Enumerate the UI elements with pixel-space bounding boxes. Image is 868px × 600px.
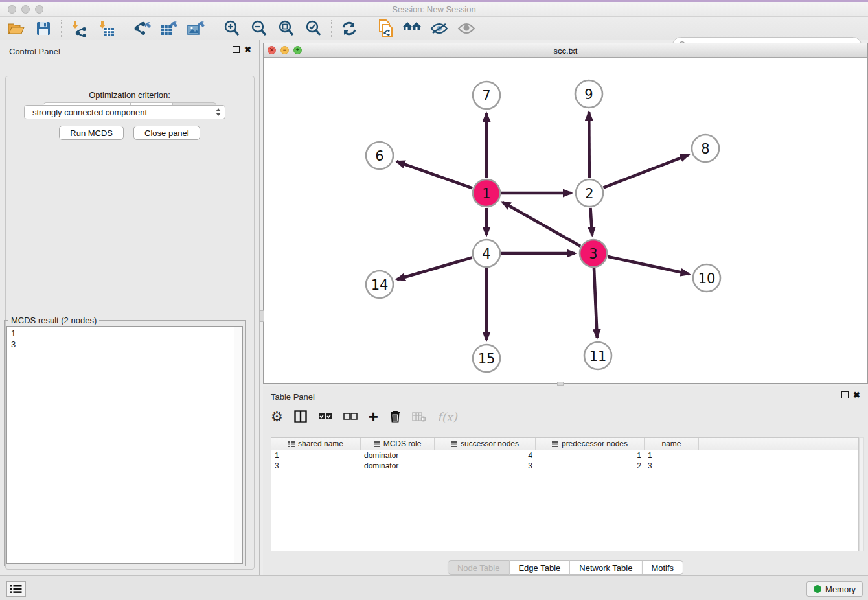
network-graph[interactable]: 7968124314101511	[264, 58, 867, 383]
edge-2-8[interactable]	[603, 155, 688, 188]
cell-predecessor-nodes[interactable]: 1	[536, 451, 645, 460]
close-panel-icon[interactable]: ✖	[244, 46, 251, 53]
column-header-shared-name[interactable]: shared name	[271, 438, 361, 450]
import-network-icon[interactable]	[69, 19, 89, 38]
tab-node-table[interactable]: Node Table	[448, 560, 510, 575]
save-session-icon[interactable]	[34, 19, 53, 38]
open-file-icon[interactable]	[6, 19, 26, 38]
svg-text:8: 8	[701, 141, 709, 157]
delete-table-icon[interactable]	[412, 409, 426, 424]
graph-node-8[interactable]: 8	[692, 135, 719, 162]
table-settings-gear-icon[interactable]: ⚙	[271, 409, 283, 424]
memory-label: Memory	[825, 584, 856, 594]
graph-node-7[interactable]: 7	[473, 82, 500, 109]
edge-1-6[interactable]	[396, 161, 472, 188]
edge-3-1[interactable]	[502, 202, 580, 246]
create-column-plus-icon[interactable]: +	[369, 409, 378, 424]
svg-text:15: 15	[478, 351, 496, 367]
toolbar-separator	[61, 20, 62, 37]
zoom-in-icon[interactable]	[222, 19, 242, 38]
graph-node-9[interactable]: 9	[575, 80, 602, 108]
column-header-predecessor-nodes[interactable]: predecessor nodes	[536, 438, 645, 450]
splitter-grip-vertical[interactable]	[259, 310, 264, 322]
home-icon[interactable]	[402, 19, 422, 38]
optimization-criterion-label: Optimization criterion:	[0, 90, 259, 100]
cell-name[interactable]: 3	[645, 461, 699, 470]
optimization-criterion-select[interactable]: strongly connected component	[24, 105, 225, 119]
table-row[interactable]: 3 dominator 3 2 3	[271, 461, 858, 471]
column-type-icon	[451, 441, 457, 447]
hide-selected-eye-icon[interactable]	[429, 19, 449, 38]
column-header-successor-nodes[interactable]: successor nodes	[435, 438, 536, 450]
svg-text:4: 4	[482, 246, 490, 262]
cell-successor-nodes[interactable]: 4	[435, 451, 536, 460]
tab-network-table[interactable]: Network Table	[570, 560, 642, 575]
graph-node-10[interactable]: 10	[693, 264, 720, 292]
show-columns-icon[interactable]	[294, 409, 307, 424]
tab-motifs[interactable]: Motifs	[642, 560, 683, 575]
table-scrollbar[interactable]	[859, 437, 864, 551]
status-bar: Memory	[0, 575, 868, 600]
column-header-mcds-role[interactable]: MCDS role	[361, 438, 435, 450]
delete-column-trash-icon[interactable]	[389, 409, 401, 424]
svg-text:2: 2	[585, 186, 593, 202]
edge-2-3[interactable]	[590, 208, 592, 235]
cell-predecessor-nodes[interactable]: 2	[536, 461, 645, 470]
table-panel: Table Panel ✖ ⚙ + f(x) shared name MCDS …	[263, 386, 868, 575]
import-table-icon[interactable]	[97, 19, 116, 38]
deselect-all-columns-icon[interactable]	[343, 409, 358, 424]
cell-mcds-role[interactable]: dominator	[361, 451, 435, 460]
export-image-icon[interactable]	[187, 19, 206, 38]
graph-node-11[interactable]: 11	[584, 342, 611, 369]
svg-text:7: 7	[482, 88, 490, 104]
column-header-name[interactable]: name	[645, 438, 699, 450]
close-table-panel-icon[interactable]: ✖	[853, 391, 860, 398]
cell-name[interactable]: 1	[645, 451, 699, 460]
function-builder-icon[interactable]: f(x)	[437, 409, 457, 424]
node-table[interactable]: shared name MCDS role successor nodes pr…	[271, 437, 859, 551]
zoom-out-icon[interactable]	[249, 19, 269, 38]
table-toolbar: ⚙ + f(x)	[271, 405, 457, 428]
memory-button[interactable]: Memory	[806, 581, 863, 597]
toolbar-separator	[331, 20, 332, 37]
result-scrollbar[interactable]	[234, 327, 242, 563]
table-panel-title: Table Panel	[271, 392, 315, 402]
run-mcds-button[interactable]: Run MCDS	[59, 126, 124, 140]
export-network-icon[interactable]	[132, 19, 152, 38]
select-all-columns-icon[interactable]	[318, 409, 332, 424]
result-line: 3	[11, 339, 238, 350]
export-table-icon[interactable]	[159, 19, 179, 38]
cell-shared-name[interactable]: 1	[271, 451, 361, 460]
cell-successor-nodes[interactable]: 3	[435, 461, 536, 470]
chevron-updown-icon	[216, 108, 221, 116]
task-history-button[interactable]	[6, 581, 26, 597]
control-panel-header: Control Panel ✖	[0, 40, 259, 62]
refresh-view-icon[interactable]	[339, 19, 359, 38]
close-panel-button[interactable]: Close panel	[133, 126, 200, 140]
network-view-window: ✕ − + scc.txt 7968124314101511	[263, 43, 868, 384]
edge-2-9[interactable]	[589, 112, 589, 178]
float-panel-icon[interactable]	[233, 46, 240, 53]
graph-node-1[interactable]: 1	[473, 179, 500, 207]
show-all-eye-icon[interactable]	[457, 19, 476, 38]
graph-node-2[interactable]: 2	[576, 179, 603, 207]
mcds-result-textarea[interactable]: 1 3	[6, 326, 243, 564]
table-row[interactable]: 1 dominator 4 1 1	[271, 450, 858, 461]
cell-mcds-role[interactable]: dominator	[361, 461, 435, 470]
edge-4-14[interactable]	[397, 257, 472, 279]
edge-3-11[interactable]	[594, 268, 597, 338]
graph-node-14[interactable]: 14	[366, 271, 393, 298]
network-window-titlebar[interactable]: ✕ − + scc.txt	[264, 43, 867, 58]
graph-node-4[interactable]: 4	[473, 240, 500, 267]
zoom-selected-icon[interactable]	[304, 19, 323, 38]
edge-3-10[interactable]	[608, 257, 689, 274]
float-table-panel-icon[interactable]	[841, 391, 849, 398]
graph-node-6[interactable]: 6	[366, 142, 393, 169]
clone-network-icon[interactable]	[375, 19, 394, 38]
network-canvas[interactable]: 7968124314101511	[264, 58, 867, 383]
cell-shared-name[interactable]: 3	[271, 461, 361, 470]
zoom-fit-icon[interactable]	[277, 19, 296, 38]
graph-node-3[interactable]: 3	[580, 240, 607, 267]
tab-edge-table[interactable]: Edge Table	[509, 560, 570, 575]
graph-node-15[interactable]: 15	[473, 345, 500, 372]
